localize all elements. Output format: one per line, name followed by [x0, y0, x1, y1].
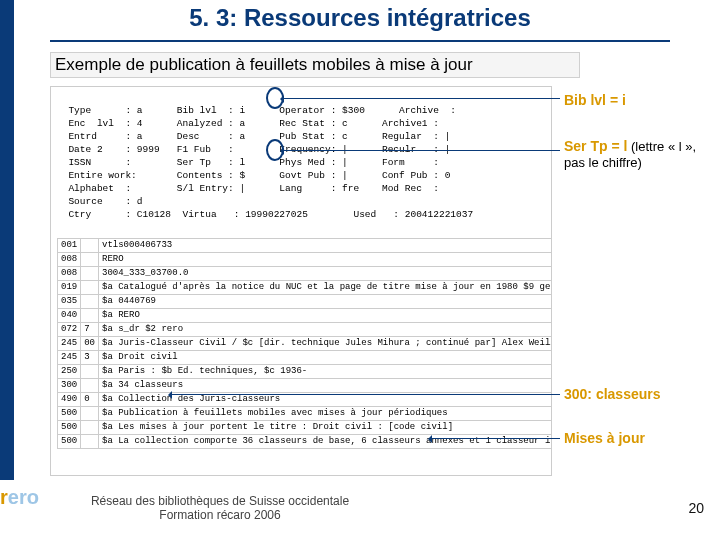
arrow-sertp — [282, 150, 560, 151]
footer-line1: Réseau des bibliothèques de Suisse occid… — [91, 494, 349, 508]
marc-row: 500$a Publication à feuillets mobiles av… — [58, 407, 553, 421]
annotation-500: Mises à jour — [564, 430, 714, 446]
annotation-300: 300: classeurs — [564, 386, 714, 402]
annotation-biblvl: Bib lvl = i — [564, 92, 714, 108]
title-rule — [50, 40, 670, 42]
marc-row: 300$a 34 classeurs — [58, 379, 553, 393]
marc-row: 500$a Les mises à jour portent le titre … — [58, 421, 553, 435]
footer-line2: Formation récaro 2006 — [159, 508, 280, 522]
marc-record: Type : a Bib lvl : i Operator : $300 Arc… — [50, 86, 552, 476]
marc-row: 035$a 0440769 — [58, 295, 553, 309]
marc-row: 0727$a s_dr $2 rero — [58, 323, 553, 337]
arrow-500 — [430, 438, 560, 439]
marc-row: 040$a RERO — [58, 309, 553, 323]
marc-row: 2453$a Droit civil — [58, 351, 553, 365]
logo: rero — [0, 486, 39, 509]
arrow-300 — [170, 394, 560, 395]
marc-table: 001vtls000406733008RERO0083004_333_03700… — [57, 238, 552, 449]
footer: Réseau des bibliothèques de Suisse occid… — [90, 494, 350, 522]
marc-row: 250$a Paris : $b Ed. techniques, $c 1936… — [58, 365, 553, 379]
left-accent-bar — [0, 0, 14, 480]
marc-row: 008RERO — [58, 253, 553, 267]
annotation-sertp: Ser Tp = l (lettre « l », pas le chiffre… — [564, 138, 714, 170]
marc-row: 500$a La collection comporte 36 classeur… — [58, 435, 553, 449]
marc-row: 001vtls000406733 — [58, 239, 553, 253]
annotation-sertp-code: Ser Tp = l — [564, 138, 627, 154]
page-title: 5. 3: Ressources intégratrices — [0, 4, 720, 32]
arrow-biblvl — [282, 98, 560, 99]
marc-row: 0083004_333_03700.0 — [58, 267, 553, 281]
subtitle: Exemple de publication à feuillets mobil… — [50, 52, 580, 78]
marc-header: Type : a Bib lvl : i Operator : $300 Arc… — [68, 104, 473, 221]
marc-row: 019$a Catalogué d'après la notice du NUC… — [58, 281, 553, 295]
marc-row: 24500$a Juris-Classeur Civil / $c [dir. … — [58, 337, 553, 351]
page-number: 20 — [688, 500, 704, 516]
